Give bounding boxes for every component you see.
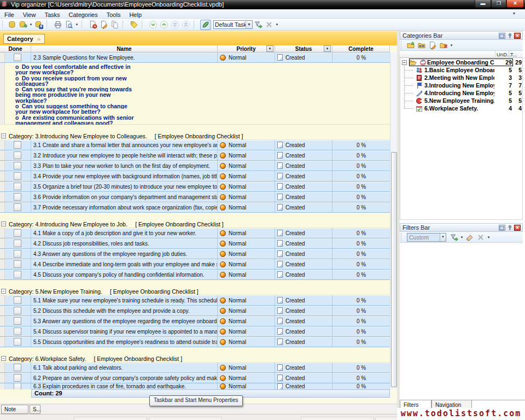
- table-row[interactable]: 2.3 Sample Questions for New Employee.No…: [0, 52, 390, 63]
- done-checkbox[interactable]: [14, 151, 21, 159]
- chevron-down-icon[interactable]: ▼: [440, 234, 446, 241]
- table-row[interactable]: 5.3 Answer any questions of the employee…: [0, 316, 390, 326]
- group-by-category-button[interactable]: Category: [3, 34, 45, 44]
- done-checkbox[interactable]: [14, 250, 21, 258]
- pin-panel-icon[interactable]: [506, 33, 513, 39]
- close-panel-icon[interactable]: ✕: [514, 225, 521, 231]
- minimize-button[interactable]: ▬: [475, 0, 491, 8]
- delete-category-icon[interactable]: [439, 40, 448, 50]
- table-row[interactable]: 5.4 Discuss supervisor training if your …: [0, 326, 390, 337]
- table-row[interactable]: 4.3 Answer any questions of the employee…: [0, 249, 390, 259]
- done-checkbox[interactable]: [14, 183, 21, 190]
- vertical-scrollbar[interactable]: [390, 52, 397, 389]
- table-row[interactable]: 4.1 Make a copy of a job description and…: [0, 228, 390, 238]
- table-row[interactable]: 3.1 Create and share a formal letter tha…: [0, 140, 390, 150]
- move-task-bottom-icon[interactable]: [170, 20, 180, 30]
- save-database-icon[interactable]: [34, 20, 44, 30]
- table-row[interactable]: 5.2 Discuss this schedule with the emplo…: [0, 306, 390, 316]
- open-database-icon[interactable]: [18, 20, 28, 30]
- column-header-name[interactable]: Name: [31, 45, 218, 52]
- table-row[interactable]: 6.1 Talk about parking and elevators.Nor…: [0, 363, 390, 373]
- done-checkbox[interactable]: [14, 240, 21, 247]
- print-preview-icon[interactable]: [64, 20, 74, 30]
- category-tree-item[interactable]: 5.New Employee Training.55: [400, 97, 522, 104]
- category-tree-item[interactable]: 1.Basic Employee Onboarding55: [400, 66, 522, 74]
- done-checkbox[interactable]: [14, 374, 21, 382]
- edit-category-icon[interactable]: [428, 40, 438, 50]
- done-checkbox[interactable]: [14, 141, 21, 149]
- table-row[interactable]: 4.4 Describe immediate and long-term goa…: [0, 259, 390, 270]
- done-checkbox[interactable]: [14, 260, 21, 268]
- title-bar[interactable]: S Vip organizer [C:\Users\dmitry\Documen…: [0, 0, 525, 9]
- dropdown-arrow-icon[interactable]: ▾: [449, 43, 454, 48]
- edit-task-icon[interactable]: [99, 20, 109, 30]
- menu-tasks[interactable]: Tasks: [40, 10, 64, 18]
- menu-file[interactable]: File: [0, 10, 19, 18]
- float-panel-icon[interactable]: [499, 225, 505, 231]
- menu-overflow-icon[interactable]: ▾: [513, 11, 515, 16]
- category-group-row[interactable]: −Category: 5.New Employee Training.[ Emp…: [0, 288, 390, 295]
- table-row[interactable]: 4.2 Discuss job responsibilities, roles …: [0, 238, 390, 249]
- dropdown-arrow-icon[interactable]: ▾: [74, 22, 79, 27]
- delete-filter-icon[interactable]: [476, 232, 486, 242]
- filter-dropdown-icon[interactable]: ▼: [324, 45, 331, 52]
- delete-view-icon[interactable]: [264, 20, 274, 30]
- done-checkbox[interactable]: [14, 307, 21, 314]
- collapse-icon[interactable]: −: [1, 133, 6, 138]
- done-checkbox[interactable]: [14, 229, 21, 237]
- new-category-icon[interactable]: [406, 40, 416, 50]
- done-checkbox[interactable]: [14, 383, 21, 389]
- float-panel-icon[interactable]: [499, 33, 505, 39]
- clone-task-icon[interactable]: [110, 20, 120, 30]
- collapse-icon[interactable]: −: [1, 289, 6, 294]
- pin-panel-icon[interactable]: [506, 225, 513, 231]
- table-row[interactable]: 6.2 Prepare an overview of your company'…: [0, 373, 390, 383]
- chevron-down-icon[interactable]: ▼: [246, 21, 252, 28]
- clear-filter-icon[interactable]: [465, 232, 475, 242]
- menu-view[interactable]: View: [19, 10, 40, 18]
- done-checkbox[interactable]: [14, 193, 21, 201]
- table-row[interactable]: 3.7 Provide necessary information about …: [0, 202, 390, 213]
- dropdown-arrow-icon[interactable]: ▾: [275, 22, 279, 27]
- category-tree-item[interactable]: 2.Meeting with New Employee33: [400, 74, 522, 81]
- taskbar-button[interactable]: [149, 417, 222, 420]
- table-row[interactable]: 5.5 Discuss opportunities and the employ…: [0, 337, 390, 347]
- tab-note[interactable]: Note: [1, 405, 28, 414]
- new-task-icon[interactable]: [88, 20, 98, 30]
- column-header-done[interactable]: Done: [0, 45, 31, 52]
- table-row[interactable]: 3.6 Provide information on your company'…: [0, 192, 390, 202]
- dropdown-arrow-icon[interactable]: ▾: [459, 235, 464, 240]
- taskbar-button[interactable]: [301, 417, 374, 420]
- filter-dropdown-icon[interactable]: ▼: [266, 45, 273, 52]
- table-row[interactable]: 3.3 Plan to take your new worker to lunc…: [0, 161, 390, 171]
- done-checkbox[interactable]: [14, 172, 21, 180]
- collapse-icon[interactable]: −: [1, 221, 6, 226]
- apply-filter-icon[interactable]: [449, 232, 459, 242]
- close-button[interactable]: ✕: [506, 0, 524, 8]
- done-checkbox[interactable]: [14, 338, 21, 346]
- taskbar-button[interactable]: [74, 417, 147, 420]
- print-icon[interactable]: [53, 20, 63, 30]
- category-group-row[interactable]: −Category: 4.Introducing New Employee to…: [0, 220, 390, 228]
- done-checkbox[interactable]: [14, 271, 21, 278]
- done-checkbox[interactable]: [14, 296, 21, 304]
- column-header-complete[interactable]: Complete: [332, 45, 390, 52]
- tag-icon[interactable]: [129, 20, 139, 30]
- move-task-top-icon[interactable]: [181, 20, 191, 30]
- column-undone[interactable]: UnD...: [495, 51, 509, 58]
- menu-tools[interactable]: Tools: [102, 10, 125, 18]
- table-row[interactable]: 3.4 Provide your new employee with backg…: [0, 171, 390, 182]
- category-tree-item[interactable]: 4.Introducing New Employee t55: [400, 89, 522, 97]
- collapse-icon[interactable]: −: [402, 60, 407, 65]
- task-view-combobox[interactable]: Default Task V ▼: [213, 20, 253, 29]
- category-group-row[interactable]: −Category: 6.Workplace Safety.[ Employee…: [0, 355, 390, 363]
- categories-bar-header[interactable]: Categories Bar ✕: [400, 31, 523, 40]
- category-tree-item[interactable]: 6.Workplace Safety.44: [400, 104, 522, 112]
- table-row[interactable]: 5.1 Make sure your new employee's traini…: [0, 295, 390, 306]
- task-notes-row[interactable]: o Do you feel comfortable and effective …: [0, 63, 390, 125]
- menu-categories[interactable]: Categories: [65, 10, 102, 18]
- done-checkbox[interactable]: [14, 364, 21, 371]
- move-task-up-icon[interactable]: [159, 20, 169, 30]
- apply-view-icon[interactable]: [253, 20, 263, 30]
- done-checkbox[interactable]: [14, 317, 21, 325]
